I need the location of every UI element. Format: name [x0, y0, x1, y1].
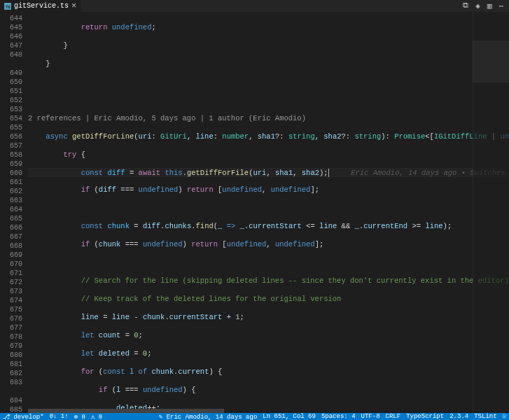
line-number — [0, 387, 22, 396]
indent-status[interactable]: Spaces: 4 — [321, 413, 356, 420]
git-branch[interactable]: ⎇ develop* — [3, 413, 44, 421]
line-number: 667 — [0, 232, 22, 241]
line-number: 664 — [0, 205, 22, 214]
line-number: 645 — [0, 23, 22, 32]
typescript-icon: TS — [4, 3, 11, 10]
line-number: 646 — [0, 32, 22, 41]
line-number: 653 — [0, 105, 22, 114]
line-number: 682 — [0, 369, 22, 378]
editor-area[interactable]: 644 645 646 647 648 649 650 651 652 653 … — [0, 13, 509, 413]
linter-status[interactable]: TSLint — [474, 413, 496, 420]
line-number: 662 — [0, 187, 22, 196]
line-number: 663 — [0, 196, 22, 205]
line-number: 652 — [0, 96, 22, 105]
blame-status[interactable]: ✎ Eric Amodio, 14 days ago — [159, 413, 257, 421]
line-gutter: 644 645 646 647 648 649 650 651 652 653 … — [0, 13, 28, 413]
warnings-count[interactable]: ⚠ 0 — [91, 413, 102, 421]
split-icon[interactable]: ▥ — [487, 1, 492, 10]
errors-count[interactable]: ⊗ 0 — [74, 413, 85, 421]
eol-status[interactable]: CRLF — [386, 413, 401, 420]
status-bar: ⎇ develop* 0↓ 1↑ ⊗ 0 ⚠ 0 ✎ Eric Amodio, … — [0, 413, 509, 420]
line-number: 681 — [0, 360, 22, 369]
more-icon[interactable]: ⋯ — [498, 1, 503, 10]
line-number: 666 — [0, 223, 22, 232]
editor-tab[interactable]: TS gitService.ts × — [0, 0, 81, 13]
line-number — [0, 59, 22, 69]
line-number: 673 — [0, 287, 22, 296]
compare-icon[interactable]: ⧉ — [463, 1, 468, 10]
line-number: 661 — [0, 178, 22, 187]
diff-icon[interactable]: ◈ — [475, 1, 480, 10]
line-number: 665 — [0, 214, 22, 223]
line-number: 649 — [0, 69, 22, 78]
line-number: 658 — [0, 150, 22, 160]
feedback-icon[interactable]: ☺ — [503, 413, 506, 420]
line-number: 660 — [0, 169, 22, 178]
line-number: 654 — [0, 114, 22, 123]
tab-filename: gitService.ts — [14, 2, 69, 10]
line-number: 670 — [0, 260, 22, 269]
cursor-position[interactable]: Ln 651, Col 69 — [263, 413, 316, 420]
codelens[interactable]: 2 references | Eric Amodio, 5 days ago |… — [28, 114, 509, 123]
line-number: 648 — [0, 50, 22, 59]
git-sync[interactable]: 0↓ 1↑ — [50, 413, 69, 420]
line-number: 674 — [0, 296, 22, 305]
line-number: 655 — [0, 123, 22, 132]
ts-version[interactable]: 2.3.4 — [449, 413, 468, 420]
line-number: 659 — [0, 160, 22, 169]
close-icon[interactable]: × — [71, 2, 76, 10]
line-number: 669 — [0, 251, 22, 260]
line-number: 684 — [0, 396, 22, 405]
line-number: 647 — [0, 41, 22, 50]
minimap-slider[interactable] — [473, 41, 509, 83]
line-number: 657 — [0, 141, 22, 150]
line-number: 678 — [0, 332, 22, 342]
editor-actions: ⧉ ◈ ▥ ⋯ — [463, 1, 509, 10]
line-number: 672 — [0, 278, 22, 287]
line-number: 676 — [0, 314, 22, 323]
line-number: 679 — [0, 342, 22, 351]
language-status[interactable]: TypeScript — [406, 413, 444, 420]
line-number: 651 — [0, 87, 22, 96]
line-number: 677 — [0, 323, 22, 332]
line-number: 680 — [0, 351, 22, 360]
svg-text:TS: TS — [6, 4, 11, 9]
minimap[interactable] — [473, 13, 509, 413]
line-number: 668 — [0, 241, 22, 251]
line-number: 683 — [0, 378, 22, 387]
line-number: 671 — [0, 269, 22, 278]
line-number: 656 — [0, 132, 22, 141]
line-number: 675 — [0, 305, 22, 314]
line-number: 650 — [0, 78, 22, 87]
encoding-status[interactable]: UTF-8 — [361, 413, 380, 420]
tab-bar: TS gitService.ts × ⧉ ◈ ▥ ⋯ — [0, 0, 509, 13]
code-content[interactable]: return undefined; } } 2 references | Eri… — [28, 13, 509, 413]
line-number: 644 — [0, 14, 22, 23]
